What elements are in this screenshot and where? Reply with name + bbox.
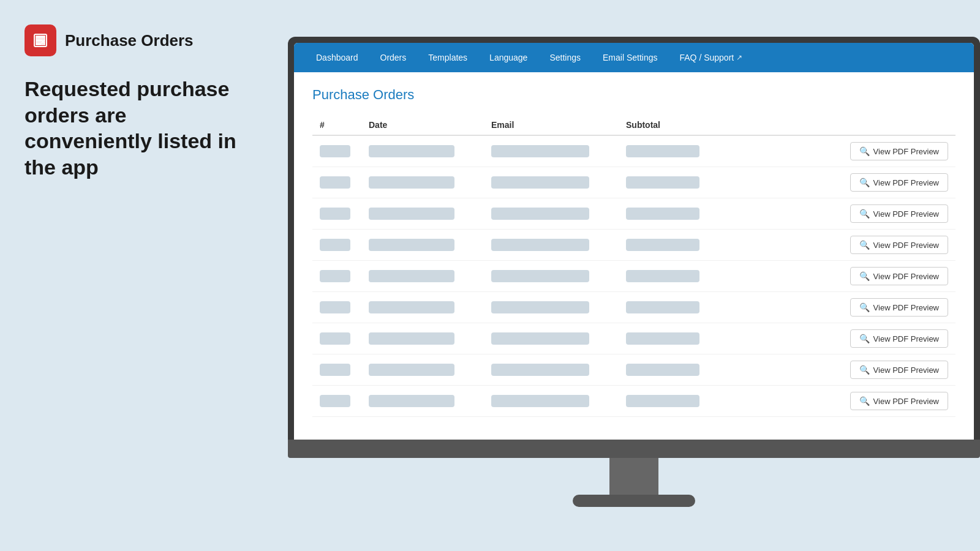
- cell-email: [484, 354, 619, 386]
- cell-action[interactable]: 🔍 View PDF Preview: [729, 261, 956, 292]
- table-row: 🔍 View PDF Preview: [312, 354, 956, 386]
- cell-action[interactable]: 🔍 View PDF Preview: [729, 323, 956, 354]
- cell-date: [361, 198, 484, 230]
- cell-action[interactable]: 🔍 View PDF Preview: [729, 167, 956, 198]
- cell-email: [484, 135, 619, 167]
- cell-date: [361, 261, 484, 292]
- view-pdf-button[interactable]: 🔍 View PDF Preview: [850, 204, 948, 223]
- monitor-screen: Dashboard Orders Templates Language Sett…: [288, 37, 980, 440]
- cell-number: [312, 135, 361, 167]
- col-actions: [729, 115, 956, 135]
- view-pdf-button[interactable]: 🔍 View PDF Preview: [850, 329, 948, 348]
- col-email: Email: [484, 115, 619, 135]
- cell-subtotal: [619, 198, 729, 230]
- pdf-search-icon: 🔍: [859, 302, 870, 312]
- cell-email: [484, 198, 619, 230]
- nav-language[interactable]: Language: [480, 48, 537, 67]
- cell-number: [312, 261, 361, 292]
- view-pdf-button[interactable]: 🔍 View PDF Preview: [850, 392, 948, 410]
- nav-dashboard[interactable]: Dashboard: [306, 48, 368, 67]
- screen-inner: Dashboard Orders Templates Language Sett…: [294, 43, 974, 440]
- table-row: 🔍 View PDF Preview: [312, 261, 956, 292]
- cell-action[interactable]: 🔍 View PDF Preview: [729, 386, 956, 417]
- cell-email: [484, 261, 619, 292]
- cell-number: [312, 354, 361, 386]
- view-pdf-button[interactable]: 🔍 View PDF Preview: [850, 298, 948, 317]
- monitor-stand: [288, 440, 980, 507]
- cell-email: [484, 230, 619, 261]
- view-pdf-button[interactable]: 🔍 View PDF Preview: [850, 361, 948, 379]
- cell-subtotal: [619, 261, 729, 292]
- cell-number: [312, 386, 361, 417]
- pdf-search-icon: 🔍: [859, 271, 870, 281]
- cell-action[interactable]: 🔍 View PDF Preview: [729, 354, 956, 386]
- nav-email-settings[interactable]: Email Settings: [593, 48, 667, 67]
- cell-date: [361, 354, 484, 386]
- cell-number: [312, 323, 361, 354]
- table-row: 🔍 View PDF Preview: [312, 386, 956, 417]
- col-number: #: [312, 115, 361, 135]
- main-content: Purchase Orders # Date Email Subtotal: [294, 72, 974, 440]
- stand-foot: [573, 495, 695, 507]
- nav-orders[interactable]: Orders: [371, 48, 417, 67]
- cell-email: [484, 292, 619, 323]
- pdf-search-icon: 🔍: [859, 334, 870, 343]
- cell-subtotal: [619, 135, 729, 167]
- brand-icon: [31, 31, 50, 50]
- view-pdf-button[interactable]: 🔍 View PDF Preview: [850, 173, 948, 192]
- cell-date: [361, 323, 484, 354]
- cell-email: [484, 386, 619, 417]
- table-row: 🔍 View PDF Preview: [312, 230, 956, 261]
- pdf-search-icon: 🔍: [859, 209, 870, 219]
- cell-date: [361, 386, 484, 417]
- table-row: 🔍 View PDF Preview: [312, 167, 956, 198]
- cell-date: [361, 230, 484, 261]
- navbar: Dashboard Orders Templates Language Sett…: [294, 43, 974, 72]
- table-row: 🔍 View PDF Preview: [312, 198, 956, 230]
- nav-faq-support[interactable]: FAQ / Support ↗: [669, 48, 752, 67]
- pdf-search-icon: 🔍: [859, 365, 870, 375]
- page-title: Purchase Orders: [312, 87, 956, 103]
- cell-subtotal: [619, 323, 729, 354]
- pdf-search-icon: 🔍: [859, 240, 870, 250]
- cell-action[interactable]: 🔍 View PDF Preview: [729, 230, 956, 261]
- cell-action[interactable]: 🔍 View PDF Preview: [729, 292, 956, 323]
- cell-subtotal: [619, 354, 729, 386]
- nav-templates[interactable]: Templates: [418, 48, 477, 67]
- view-pdf-button[interactable]: 🔍 View PDF Preview: [850, 142, 948, 160]
- cell-subtotal: [619, 386, 729, 417]
- view-pdf-button[interactable]: 🔍 View PDF Preview: [850, 236, 948, 254]
- purchase-orders-table: # Date Email Subtotal 🔍: [312, 115, 956, 417]
- col-subtotal: Subtotal: [619, 115, 729, 135]
- tagline: Requested purchase orders are convenient…: [24, 76, 257, 180]
- brand-logo: [24, 24, 56, 56]
- cell-action[interactable]: 🔍 View PDF Preview: [729, 198, 956, 230]
- pdf-search-icon: 🔍: [859, 178, 870, 187]
- view-pdf-button[interactable]: 🔍 View PDF Preview: [850, 267, 948, 285]
- nav-settings[interactable]: Settings: [540, 48, 590, 67]
- cell-subtotal: [619, 292, 729, 323]
- stand-neck: [609, 458, 658, 495]
- cell-subtotal: [619, 230, 729, 261]
- cell-email: [484, 323, 619, 354]
- brand: Purchase Orders: [24, 24, 270, 56]
- stand-base: [288, 440, 980, 458]
- pdf-search-icon: 🔍: [859, 396, 870, 406]
- cell-action[interactable]: 🔍 View PDF Preview: [729, 135, 956, 167]
- brand-name: Purchase Orders: [65, 31, 194, 50]
- cell-number: [312, 167, 361, 198]
- cell-date: [361, 167, 484, 198]
- cell-date: [361, 292, 484, 323]
- pdf-search-icon: 🔍: [859, 146, 870, 156]
- cell-date: [361, 135, 484, 167]
- table-row: 🔍 View PDF Preview: [312, 323, 956, 354]
- table-row: 🔍 View PDF Preview: [312, 292, 956, 323]
- cell-number: [312, 292, 361, 323]
- cell-email: [484, 167, 619, 198]
- cell-number: [312, 198, 361, 230]
- left-panel: Purchase Orders Requested purchase order…: [0, 0, 294, 204]
- monitor-wrapper: Dashboard Orders Templates Language Sett…: [288, 37, 980, 507]
- external-link-icon: ↗: [736, 53, 742, 62]
- col-date: Date: [361, 115, 484, 135]
- cell-number: [312, 230, 361, 261]
